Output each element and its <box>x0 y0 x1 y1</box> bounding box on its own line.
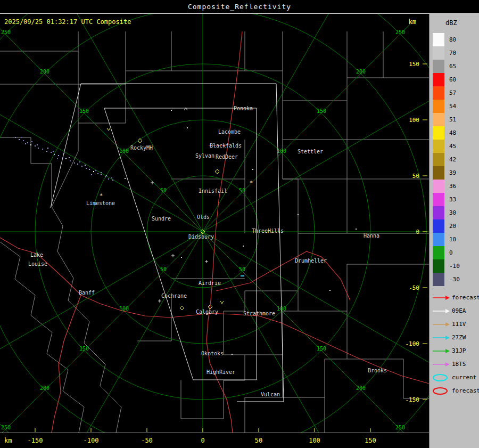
colorbar-cell: 51 <box>433 113 460 126</box>
echo-pixel <box>23 140 24 141</box>
place-label: Brooks <box>368 368 387 373</box>
echo-pixel <box>89 169 90 170</box>
echo-pixel <box>106 175 107 176</box>
county-line <box>283 101 347 140</box>
county-line <box>0 137 52 207</box>
range-label: 150 <box>79 346 89 352</box>
colorbar-value-label: 80 <box>449 33 456 46</box>
echo-pixel <box>95 170 96 171</box>
track-ellipse-icon <box>432 387 451 395</box>
colorbar-swatch <box>433 126 444 140</box>
place-label: Cochrane <box>161 293 187 299</box>
colorbar-swatch <box>433 60 444 73</box>
right-axis-unit-label: km <box>409 18 416 26</box>
bottom-axis-label: -150 <box>28 437 43 444</box>
range-label: 100 <box>277 148 286 154</box>
azimuth-spoke <box>203 21 414 232</box>
colorbar-cell: 65 <box>433 60 460 73</box>
radar-display[interactable]: 5010015020025050100150200250501001502002… <box>0 14 429 433</box>
place-label: Airdrie <box>199 280 221 286</box>
colorbar-value-label: 42 <box>449 153 456 166</box>
colorbar-unit-label: dBZ <box>445 19 457 27</box>
dbz-colorbar: 807065605754514845423936333020100-10-30 <box>433 33 460 286</box>
place-label: Lake <box>30 252 43 258</box>
legend-item-label: 31JP <box>452 347 466 354</box>
echo-pixel <box>97 173 98 174</box>
range-label: 50 <box>239 188 245 193</box>
echo-pixel <box>105 176 106 177</box>
bottom-axis-label: 0 <box>201 437 204 444</box>
right-axis-label: 50 <box>412 173 419 180</box>
county-line <box>137 297 171 341</box>
town-dot-icon <box>356 229 357 230</box>
legend-item-label: 09EA <box>452 307 466 314</box>
track-ellipse-icon <box>432 373 451 382</box>
place-label: Ponoka <box>234 105 253 111</box>
window-title: Composite_Reflectivity <box>188 3 291 11</box>
county-line <box>52 207 121 433</box>
place-label: Olds <box>197 214 210 220</box>
range-label: 200 <box>356 385 366 391</box>
echo-pixel <box>62 157 63 158</box>
place-label: Hanna <box>364 233 379 239</box>
colorbar-cell: 80 <box>433 33 460 46</box>
echo-pixel <box>63 153 64 154</box>
colorbar-value-label: 10 <box>449 233 456 246</box>
azimuth-spoke <box>203 232 352 433</box>
legend-sidebar: dBZ 807065605754514845423936333020100-10… <box>429 14 479 448</box>
colorbar-cell: 33 <box>433 193 460 206</box>
colorbar-cell: 60 <box>433 73 460 86</box>
echo-pixel <box>31 141 32 142</box>
colorbar-swatch <box>433 246 444 259</box>
place-label: Strathmore <box>243 311 275 316</box>
range-label: 150 <box>317 346 326 352</box>
place-label: Lacombe <box>218 129 241 135</box>
county-line <box>245 31 283 71</box>
colorbar-swatch <box>433 259 444 273</box>
echo-pixel <box>54 154 55 155</box>
place-label: Blackfalds <box>210 143 242 149</box>
radar-map-canvas[interactable]: 5010015020025050100150200250501001502002… <box>0 14 429 433</box>
legend-item-label: forecast <box>452 294 479 301</box>
range-label: 250 <box>395 425 405 430</box>
colorbar-swatch <box>433 113 444 126</box>
legend-item-27ZW: 27ZW <box>432 331 479 344</box>
place-label: Sundre <box>152 216 171 222</box>
echo-pixel <box>47 148 48 149</box>
legend-item-label: 111V <box>452 321 466 328</box>
track-arrow-icon <box>432 294 451 302</box>
colorbar-swatch <box>433 73 444 86</box>
echo-pixel <box>57 158 58 159</box>
county-line <box>126 31 171 71</box>
echo-pixel <box>15 137 16 138</box>
bottom-axis-label: 50 <box>255 437 262 444</box>
window-titlebar: Composite_Reflectivity <box>0 0 479 14</box>
place-label: RedDeer <box>216 154 238 160</box>
echo-pixel <box>27 142 28 143</box>
echo-pixel <box>42 149 43 150</box>
colorbar-value-label: 30 <box>449 206 456 219</box>
bottom-axis-label: 150 <box>365 437 376 444</box>
town-dot-icon <box>171 110 172 111</box>
legend-item-31JP: 31JP <box>432 344 479 357</box>
asterisk-marker-icon: * <box>100 192 103 199</box>
county-line <box>283 179 347 233</box>
echo-pixel <box>69 157 70 158</box>
track-arrow-icon <box>432 320 451 329</box>
track-arrow-icon <box>432 347 451 355</box>
echo-pixel <box>21 137 22 138</box>
range-label: 200 <box>40 385 49 391</box>
town-dot-icon <box>298 214 299 215</box>
place-label: Okotoks <box>201 351 224 356</box>
colorbar-value-label: 33 <box>449 193 456 206</box>
echo-pixel <box>35 145 36 146</box>
colorbar-value-label: 20 <box>449 219 456 233</box>
town-dot-icon <box>252 169 253 170</box>
colorbar-cell: 45 <box>433 140 460 153</box>
asterisk-marker-icon: * <box>250 180 253 186</box>
echo-pixel <box>70 160 71 161</box>
county-line <box>0 31 78 51</box>
town-dot-icon <box>187 127 188 128</box>
radar-site-diamond-icon <box>180 306 184 310</box>
timestamp-label: 2025/09/25 01:32:17 UTC Composite <box>4 18 131 26</box>
